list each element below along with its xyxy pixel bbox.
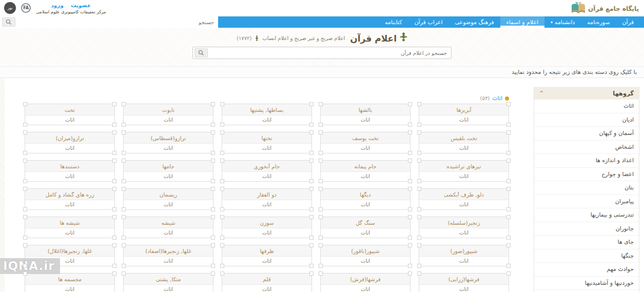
entry-title: شیشه bbox=[124, 217, 213, 228]
groups-sidebar: گروهها ^ اثاث ادیان آسمان و کیهان اشخاص … bbox=[534, 87, 639, 292]
group-item[interactable]: حوادث مهم bbox=[534, 262, 639, 276]
nav-item[interactable]: اعراب قرآن ▾ bbox=[408, 16, 448, 28]
entry-category: اثاث bbox=[321, 285, 410, 292]
nav-item-label: اعلام و اسماء bbox=[506, 19, 538, 26]
entry-category: اثاث bbox=[25, 115, 114, 125]
group-item[interactable]: پیامبران bbox=[534, 194, 639, 208]
group-item[interactable]: اعضا و جوارح bbox=[534, 167, 639, 181]
entry-category: اثاث bbox=[321, 115, 410, 125]
nav-item[interactable]: کتابنامه ▾ bbox=[379, 16, 408, 28]
entry-card[interactable]: بالشها اثاث bbox=[320, 104, 411, 125]
entry-card[interactable]: جامها اثاث bbox=[123, 160, 213, 182]
nav-item[interactable]: سوره‌نامه ▾ bbox=[581, 16, 616, 28]
entry-title: آبریزها bbox=[419, 104, 509, 115]
main-content: گروهها ^ اثاث ادیان آسمان و کیهان اشخاص … bbox=[0, 78, 644, 292]
user-area: نور FA ورود عضویت مرکز تحقیقات کامپیوتری… bbox=[4, 2, 106, 14]
entry-card[interactable]: ذو الفقار اثاث bbox=[222, 188, 312, 210]
nav-item-label: اعراب قرآن bbox=[414, 19, 442, 26]
entry-category: اثاث bbox=[321, 257, 410, 266]
entry-card[interactable]: متکا, پشتی اثاث bbox=[123, 273, 213, 292]
entry-title: تخت bbox=[25, 104, 114, 115]
entry-card[interactable]: جام آبخوری اثاث bbox=[222, 160, 312, 182]
entry-category: اثاث bbox=[222, 257, 311, 266]
entry-card[interactable]: غلها, زنجیرها(اصفاد) اثاث bbox=[123, 245, 213, 266]
active-filter-label[interactable]: اثاث bbox=[492, 95, 502, 102]
entry-card[interactable]: فرشها(فرش) اثاث bbox=[320, 273, 411, 292]
group-item[interactable]: خوردنیها و آشامیدنیها bbox=[534, 276, 639, 290]
entry-card[interactable]: تابوت اثاث bbox=[123, 104, 213, 125]
entry-card[interactable]: شیشه ها اثاث bbox=[25, 217, 115, 238]
sidebar-header[interactable]: گروهها ^ bbox=[534, 88, 639, 99]
nav-item[interactable]: اعلام و اسماء ▾ bbox=[500, 16, 544, 28]
entry-card[interactable]: ترازو(میزان) اثاث bbox=[25, 132, 115, 153]
entry-card[interactable]: زنجیر(سلسله) اثاث bbox=[419, 217, 509, 238]
entry-title: زنجیر(سلسله) bbox=[419, 217, 509, 228]
entry-card[interactable]: تختها اثاث bbox=[222, 132, 312, 153]
entry-card[interactable]: تخت بلقیس اثاث bbox=[419, 132, 509, 153]
entries-grid: آبریزها اثاث بالشها اثاث بساطها, پشتیها … bbox=[25, 104, 509, 292]
group-item[interactable]: بتان bbox=[534, 181, 639, 194]
entry-category: اثاث bbox=[321, 200, 410, 209]
entry-card[interactable]: دستبندها اثاث bbox=[25, 160, 115, 182]
entry-card[interactable]: شیشه اثاث bbox=[123, 217, 213, 238]
entry-card[interactable]: تیرهای تراشیده اثاث bbox=[419, 160, 509, 182]
entry-card[interactable]: تخت اثاث bbox=[25, 104, 115, 125]
search-button[interactable] bbox=[2, 17, 15, 27]
entry-category: اثاث bbox=[124, 257, 213, 266]
global-search-input[interactable] bbox=[0, 17, 218, 28]
entry-card[interactable]: آبریزها اثاث bbox=[419, 104, 509, 125]
entry-card[interactable]: زره های گشاد و کامل اثاث bbox=[25, 188, 115, 210]
group-item[interactable]: تندرستی و بیماریها bbox=[534, 208, 639, 222]
entry-card[interactable]: بساطها, پشتیها اثاث bbox=[222, 104, 312, 125]
alam-search-input[interactable] bbox=[192, 47, 452, 59]
nav-item-label: کتابنامه bbox=[385, 19, 402, 26]
entry-title: تخت یوسف bbox=[321, 132, 410, 144]
entry-title: بساطها, پشتیها bbox=[222, 104, 311, 115]
entry-title: ریسمان bbox=[124, 189, 213, 200]
entry-card[interactable]: ریسمان اثاث bbox=[123, 188, 213, 210]
entry-card[interactable]: فرشها(زرابی) اثاث bbox=[419, 273, 509, 292]
register-link[interactable]: عضویت bbox=[71, 2, 91, 8]
language-switcher[interactable]: FA bbox=[21, 3, 31, 13]
alam-search-button[interactable] bbox=[194, 48, 208, 57]
nav-item[interactable]: دانشنامه ▾ bbox=[544, 16, 581, 28]
group-item[interactable]: اعداد و اندازه ها bbox=[534, 153, 639, 167]
group-item[interactable]: جای ها bbox=[534, 235, 639, 249]
entry-card[interactable]: شیپور(ناقور) اثاث bbox=[320, 245, 411, 266]
nav-item[interactable]: قرآن ▾ bbox=[616, 16, 640, 28]
entry-card[interactable]: ظرفها اثاث bbox=[222, 245, 312, 266]
page-title: اعلام قرآن bbox=[350, 33, 397, 44]
group-item[interactable]: جنگها bbox=[534, 249, 639, 263]
entry-card[interactable]: دیگها اثاث bbox=[320, 188, 411, 210]
entry-title: ذو الفقار bbox=[222, 189, 311, 200]
ornament-icon bbox=[400, 32, 407, 44]
nav-item[interactable]: فرهنگ موضوعی ▾ bbox=[448, 16, 500, 28]
entry-card[interactable]: تخت یوسف اثاث bbox=[320, 132, 411, 153]
entry-category: اثاث bbox=[124, 172, 213, 181]
entry-category: اثاث bbox=[124, 200, 213, 209]
entry-card[interactable]: سنگ گل اثاث bbox=[320, 217, 411, 238]
entry-card[interactable]: سوزن اثاث bbox=[222, 217, 312, 238]
entry-card[interactable]: شیپور(صور) اثاث bbox=[419, 245, 509, 266]
entry-title: مجسمه ها bbox=[25, 274, 114, 285]
entry-card[interactable]: قلم اثاث bbox=[222, 273, 312, 292]
group-item[interactable]: ادیان bbox=[534, 113, 639, 127]
noor-logo-badge[interactable]: نور bbox=[4, 2, 16, 14]
nav-item-label: سوره‌نامه bbox=[587, 19, 610, 26]
group-item[interactable]: اثاث bbox=[534, 99, 639, 113]
entry-title: ترازو(میزان) bbox=[25, 132, 114, 144]
entry-category: اثاث bbox=[222, 115, 311, 125]
entry-card[interactable]: مجسمه ها اثاث bbox=[25, 273, 115, 292]
entry-card[interactable]: ترازو(قسطاس) اثاث bbox=[123, 132, 213, 153]
entry-card[interactable]: جام پیمانه اثاث bbox=[320, 160, 411, 182]
group-item[interactable]: اشخاص bbox=[534, 140, 639, 154]
entry-category: اثاث bbox=[321, 228, 410, 238]
group-item[interactable]: جانوران bbox=[534, 222, 639, 236]
entry-card[interactable]: دلو, ظرف آبکشی اثاث bbox=[419, 188, 509, 210]
group-item[interactable]: آسمان و کیهان bbox=[534, 126, 639, 140]
login-link[interactable]: ورود bbox=[51, 2, 64, 8]
main-navbar: قرآن ▾ سوره‌نامه ▾ دانشنامه ▾ اعلام و اس… bbox=[0, 16, 644, 28]
entry-category: اثاث bbox=[419, 200, 509, 209]
site-logo[interactable]: پایگاه جامع قرآن bbox=[571, 1, 639, 16]
entry-category: اثاث bbox=[222, 228, 311, 238]
